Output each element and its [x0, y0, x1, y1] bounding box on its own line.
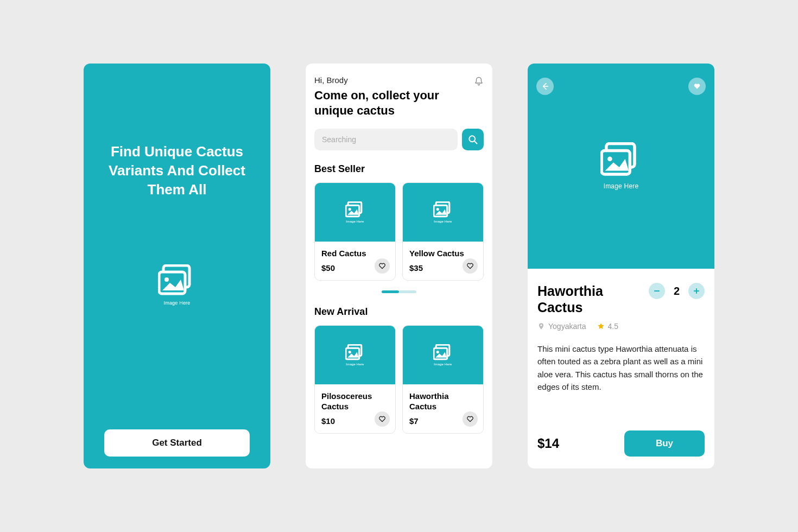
dot[interactable]	[399, 290, 416, 293]
home-screen: Hi, Brody Come on, collect your unique c…	[306, 64, 492, 468]
quantity-value: 2	[674, 285, 680, 297]
svg-point-13	[349, 350, 351, 353]
product-meta: Yogyakarta 4.5	[537, 322, 705, 331]
svg-point-7	[349, 208, 351, 211]
product-description: This mini cactus type Haworthia attenuat…	[537, 343, 705, 393]
image-placeholder: Image Here	[600, 142, 642, 190]
heart-icon	[466, 415, 474, 423]
back-button[interactable]	[536, 78, 554, 95]
minus-icon	[653, 287, 661, 295]
get-started-button[interactable]: Get Started	[104, 429, 250, 457]
product-name: Haworthia Cactus	[409, 391, 477, 412]
location-icon	[537, 322, 545, 330]
buy-button[interactable]: Buy	[624, 430, 705, 457]
product-price: $14	[537, 436, 559, 451]
product-image: Image Here	[403, 183, 483, 242]
product-hero: Image Here	[528, 64, 714, 269]
heart-icon	[693, 83, 701, 90]
new-arrival-title: New Arrival	[314, 306, 484, 318]
product-image: Image Here	[315, 183, 395, 242]
favorite-button[interactable]	[375, 258, 390, 274]
product-card[interactable]: Image Here Pilosocereus Cactus $10	[314, 325, 396, 434]
search-input[interactable]	[314, 129, 458, 150]
svg-point-16	[436, 350, 439, 353]
svg-point-10	[436, 208, 439, 211]
favorite-button[interactable]	[375, 411, 390, 427]
carousel-indicator	[314, 290, 484, 293]
favorite-button[interactable]	[688, 78, 706, 95]
best-seller-title: Best Seller	[314, 163, 484, 175]
bell-icon[interactable]	[474, 77, 484, 86]
svg-line-4	[474, 141, 477, 143]
product-image: Image Here	[315, 326, 395, 384]
search-icon	[467, 134, 478, 145]
best-seller-row: Image Here Red Cactus $50 Image Here Yel…	[314, 182, 484, 281]
greeting: Hi, Brody	[314, 75, 455, 85]
product-body: Haworthia Cactus 2 Yogyakarta 4.5 Thi	[528, 269, 714, 468]
product-name: Yellow Cactus	[409, 248, 477, 259]
increment-button[interactable]	[688, 283, 705, 299]
heart-icon	[378, 262, 386, 270]
buy-row: $14 Buy	[537, 430, 705, 457]
product-name: Pilosocereus Cactus	[321, 391, 389, 412]
location: Yogyakarta	[537, 322, 586, 331]
dot-active[interactable]	[382, 290, 399, 293]
svg-point-3	[469, 136, 475, 142]
heart-icon	[466, 262, 474, 270]
product-card[interactable]: Image Here Yellow Cactus $35	[402, 182, 484, 281]
new-arrival-row: Image Here Pilosocereus Cactus $10 Image…	[314, 325, 484, 434]
product-card[interactable]: Image Here Red Cactus $50	[314, 182, 396, 281]
svg-point-23	[541, 325, 542, 326]
product-image: Image Here	[403, 326, 483, 384]
search-button[interactable]	[462, 129, 484, 150]
product-title: Haworthia Cactus	[537, 283, 630, 315]
headline: Come on, collect your unique cactus	[314, 88, 455, 118]
onboarding-title: Find Unique Cactus Variants And Collect …	[84, 142, 270, 199]
favorite-button[interactable]	[463, 258, 478, 274]
arrow-left-icon	[541, 82, 549, 91]
search-row	[314, 129, 484, 150]
location-text: Yogyakarta	[548, 322, 586, 331]
favorite-button[interactable]	[463, 411, 478, 427]
onboarding-screen: Find Unique Cactus Variants And Collect …	[84, 64, 270, 468]
decrement-button[interactable]	[649, 283, 665, 299]
star-icon	[597, 322, 605, 330]
heart-icon	[378, 415, 386, 423]
plus-icon	[693, 287, 700, 295]
image-placeholder: Image Here	[158, 264, 196, 306]
quantity-stepper: 2	[649, 283, 705, 299]
home-header: Hi, Brody Come on, collect your unique c…	[314, 75, 484, 118]
rating: 4.5	[597, 322, 618, 331]
product-name: Red Cactus	[321, 248, 389, 259]
product-card[interactable]: Image Here Haworthia Cactus $7	[402, 325, 484, 434]
detail-screen: Image Here Haworthia Cactus 2 Yogyakarta	[528, 64, 714, 468]
svg-point-19	[607, 156, 612, 161]
image-icon	[158, 264, 196, 298]
svg-point-2	[164, 277, 169, 282]
rating-value: 4.5	[608, 322, 618, 331]
